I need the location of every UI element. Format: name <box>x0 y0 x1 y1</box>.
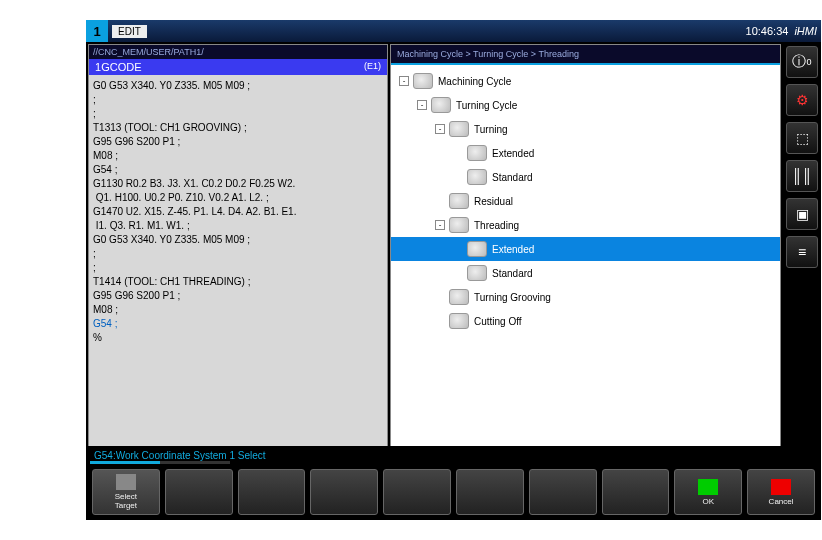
softkey-8[interactable] <box>602 469 670 515</box>
ok-button[interactable]: OK <box>674 469 742 515</box>
softkey-3[interactable] <box>238 469 306 515</box>
breadcrumb: Machining Cycle > Turning Cycle > Thread… <box>391 45 780 65</box>
program-name: GCODE <box>101 61 141 73</box>
tree-label: Standard <box>492 268 533 279</box>
cancel-button[interactable]: Cancel <box>747 469 815 515</box>
tree-label: Turning Grooving <box>474 292 551 303</box>
sidebar: ⓘ0 ⚙ ⬚ ║║ ▣ ≡ <box>783 42 821 460</box>
package-button[interactable]: ⬚ <box>786 122 818 154</box>
tree-item[interactable]: Extended <box>391 237 780 261</box>
tree-label: Threading <box>474 220 519 231</box>
tree-item[interactable]: Turning Grooving <box>391 285 780 309</box>
tools-button[interactable]: ║║ <box>786 160 818 192</box>
tree-toggle[interactable]: - <box>435 220 445 230</box>
mode-badge: EDIT <box>112 25 147 38</box>
brand-logo: iHMI <box>794 25 817 37</box>
clock: 10:46:34 <box>746 25 789 37</box>
tree-item[interactable]: -Turning <box>391 117 780 141</box>
softkey-5[interactable] <box>383 469 451 515</box>
cycle-icon <box>449 121 469 137</box>
tree-label: Residual <box>474 196 513 207</box>
tree-item[interactable]: -Machining Cycle <box>391 69 780 93</box>
tree-toggle[interactable]: - <box>417 100 427 110</box>
select-target-button[interactable]: Select Target <box>92 469 160 515</box>
softkey-4[interactable] <box>310 469 378 515</box>
tree-toggle[interactable]: - <box>399 76 409 86</box>
softkey-bar: Select Target OK Cancel <box>86 464 821 520</box>
cancel-icon <box>771 479 791 495</box>
parts-button[interactable]: ▣ <box>786 198 818 230</box>
tree-toggle[interactable]: - <box>435 124 445 134</box>
tree-label: Standard <box>492 172 533 183</box>
cycle-tree[interactable]: -Machining Cycle-Turning Cycle-TurningEx… <box>391 65 780 457</box>
program-path: //CNC_MEM/USER/PATH1/ <box>93 47 204 57</box>
gcode-header: 1 GCODE (E1) <box>89 59 387 75</box>
edit-ref: (E1) <box>364 61 381 73</box>
path-number: 1 <box>86 20 108 42</box>
softkey-7[interactable] <box>529 469 597 515</box>
cycle-icon <box>467 169 487 185</box>
tree-label: Turning <box>474 124 508 135</box>
cycle-icon <box>431 97 451 113</box>
status-text: G54:Work Coordinate System 1 Select <box>94 450 266 461</box>
tree-label: Cutting Off <box>474 316 522 327</box>
tree-item[interactable]: Residual <box>391 189 780 213</box>
cycle-icon <box>449 313 469 329</box>
tree-label: Extended <box>492 148 534 159</box>
app-frame: 1 EDIT 10:46:34 iHMI //CNC_MEM/USER/PATH… <box>86 20 821 520</box>
top-bar: 1 EDIT 10:46:34 iHMI <box>86 20 821 42</box>
tree-item[interactable]: Standard <box>391 165 780 189</box>
tree-item[interactable]: Extended <box>391 141 780 165</box>
cycle-icon <box>449 193 469 209</box>
info-button[interactable]: ⓘ0 <box>786 46 818 78</box>
cycle-icon <box>467 145 487 161</box>
cycle-icon <box>449 289 469 305</box>
program-path-header: //CNC_MEM/USER/PATH1/ <box>89 45 387 59</box>
select-target-icon <box>116 474 136 490</box>
gcode-current-line: G54 ; <box>93 318 117 329</box>
tree-item[interactable]: -Threading <box>391 213 780 237</box>
settings-button[interactable]: ⚙ <box>786 84 818 116</box>
softkey-2[interactable] <box>165 469 233 515</box>
ok-icon <box>698 479 718 495</box>
tree-item[interactable]: Standard <box>391 261 780 285</box>
cycle-icon <box>467 265 487 281</box>
gcode-panel: //CNC_MEM/USER/PATH1/ 1 GCODE (E1) G0 G5… <box>88 44 388 458</box>
tree-item[interactable]: Cutting Off <box>391 309 780 333</box>
gcode-text: G0 G53 X340. Y0 Z335. M05 M09 ; ; ; T131… <box>93 80 296 315</box>
softkey-6[interactable] <box>456 469 524 515</box>
gcode-editor[interactable]: G0 G53 X340. Y0 Z335. M05 M09 ; ; ; T131… <box>89 75 387 457</box>
main-area: //CNC_MEM/USER/PATH1/ 1 GCODE (E1) G0 G5… <box>86 42 783 460</box>
tree-item[interactable]: -Turning Cycle <box>391 93 780 117</box>
cycle-panel: Machining Cycle > Turning Cycle > Thread… <box>390 44 781 458</box>
tree-label: Extended <box>492 244 534 255</box>
cycle-icon <box>413 73 433 89</box>
cycle-icon <box>449 217 469 233</box>
gcode-tail: % <box>93 332 102 343</box>
tree-label: Machining Cycle <box>438 76 511 87</box>
status-line: G54:Work Coordinate System 1 Select <box>86 446 783 464</box>
cycle-icon <box>467 241 487 257</box>
tree-label: Turning Cycle <box>456 100 517 111</box>
list-button[interactable]: ≡ <box>786 236 818 268</box>
